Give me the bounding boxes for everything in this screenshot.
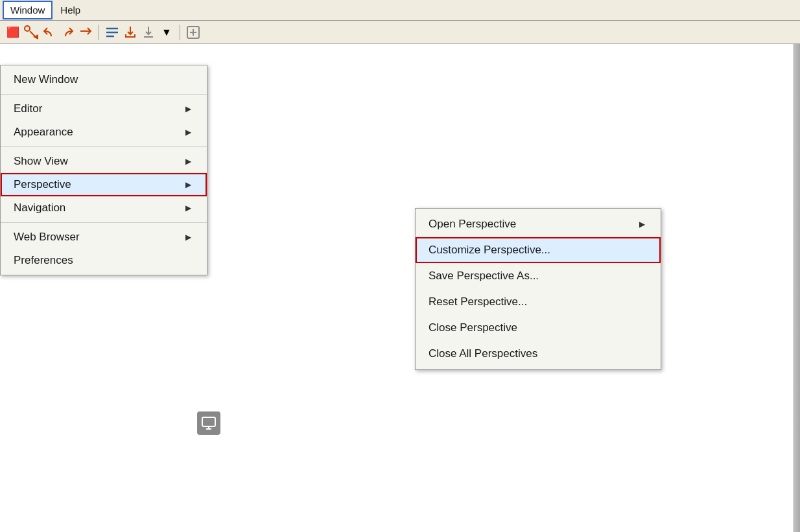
toolbar-separator-1 xyxy=(99,25,99,40)
open-perspective-label: Open Perspective xyxy=(429,218,516,231)
right-edge xyxy=(794,44,800,532)
perspective-arrow-icon: ▶ xyxy=(185,180,191,189)
open-perspective-arrow-icon: ▶ xyxy=(639,220,645,229)
customize-perspective-label: Customize Perspective... xyxy=(429,244,550,257)
show-view-arrow-icon: ▶ xyxy=(185,157,191,166)
save-perspective-label: Save Perspective As... xyxy=(429,270,539,283)
new-window-label: New Window xyxy=(14,73,78,86)
connect-icon[interactable] xyxy=(23,25,39,40)
dropdown-arrow-icon[interactable]: ▼ xyxy=(159,25,174,40)
menu-help-label: Help xyxy=(60,5,80,16)
svg-line-1 xyxy=(30,31,36,37)
close-perspective-label: Close Perspective xyxy=(429,321,517,334)
menu-item-editor[interactable]: Editor ▶ xyxy=(1,97,207,121)
editor-arrow-icon: ▶ xyxy=(185,104,191,113)
menubar: Window Help xyxy=(0,0,800,21)
submenu-item-close-perspective[interactable]: Close Perspective xyxy=(416,315,661,341)
main-area: New Window Editor ▶ Appearance ▶ Show Vi… xyxy=(0,44,800,532)
reset-perspective-label: Reset Perspective... xyxy=(429,295,527,308)
submenu-item-reset-perspective[interactable]: Reset Perspective... xyxy=(416,289,661,315)
submenu-item-close-all-perspectives[interactable]: Close All Perspectives xyxy=(416,341,661,367)
menu-window[interactable]: Window xyxy=(3,1,53,19)
submenu-item-open-perspective[interactable]: Open Perspective ▶ xyxy=(416,211,661,237)
preferences-label: Preferences xyxy=(14,254,73,267)
forward-icon[interactable] xyxy=(78,25,93,40)
appearance-label: Appearance xyxy=(14,126,73,139)
submenu-item-save-perspective[interactable]: Save Perspective As... xyxy=(416,263,661,289)
redo-icon[interactable] xyxy=(60,25,75,40)
menu-item-appearance[interactable]: Appearance ▶ xyxy=(1,121,207,144)
svg-point-0 xyxy=(25,26,30,31)
submenu-item-customize-perspective[interactable]: Customize Perspective... xyxy=(416,237,661,263)
navigation-arrow-icon: ▶ xyxy=(185,203,191,213)
menu-separator-2 xyxy=(1,146,207,147)
settings-icon[interactable] xyxy=(185,25,201,40)
menu-item-perspective[interactable]: Perspective ▶ xyxy=(1,173,207,196)
list-icon[interactable] xyxy=(104,25,120,40)
menu-window-label: Window xyxy=(10,5,45,16)
undo-icon[interactable] xyxy=(41,25,57,40)
stop-icon[interactable]: 🟥 xyxy=(5,25,21,40)
menu-item-show-view[interactable]: Show View ▶ xyxy=(1,150,207,173)
toolbar-separator-2 xyxy=(180,25,180,40)
export-icon[interactable] xyxy=(123,25,138,40)
menu-item-new-window[interactable]: New Window xyxy=(1,68,207,91)
window-menu-panel: New Window Editor ▶ Appearance ▶ Show Vi… xyxy=(0,65,207,275)
monitor-icon[interactable] xyxy=(197,411,220,435)
menu-item-navigation[interactable]: Navigation ▶ xyxy=(1,196,207,220)
close-all-perspectives-label: Close All Perspectives xyxy=(429,347,537,360)
editor-label: Editor xyxy=(14,102,42,115)
download-icon[interactable] xyxy=(141,25,156,40)
menu-separator-1 xyxy=(1,94,207,95)
web-browser-label: Web Browser xyxy=(14,231,80,244)
appearance-arrow-icon: ▶ xyxy=(185,128,191,137)
svg-rect-11 xyxy=(202,417,215,426)
perspective-label: Perspective xyxy=(14,178,71,191)
perspective-submenu-panel: Open Perspective ▶ Customize Perspective… xyxy=(415,208,661,370)
menu-help[interactable]: Help xyxy=(53,1,88,19)
menu-item-preferences[interactable]: Preferences xyxy=(1,249,207,272)
menu-separator-3 xyxy=(1,222,207,223)
navigation-label: Navigation xyxy=(14,202,65,214)
web-browser-arrow-icon: ▶ xyxy=(185,233,191,242)
toolbar: 🟥 xyxy=(0,21,800,44)
menu-item-web-browser[interactable]: Web Browser ▶ xyxy=(1,226,207,249)
show-view-label: Show View xyxy=(14,155,68,168)
